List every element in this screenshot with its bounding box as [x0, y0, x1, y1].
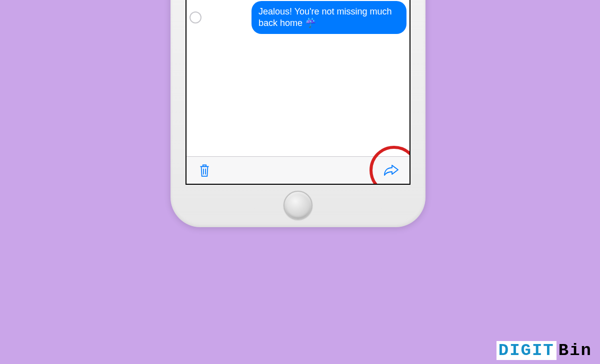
sent-message-bubble[interactable]: Jealous! You're not missing much back ho… [252, 1, 406, 34]
watermark-logo: DIGITBin [496, 341, 594, 360]
messages-screen: Thanks, will do! I'll see you in a coupl… [186, 0, 410, 185]
select-circle-icon[interactable] [190, 11, 202, 23]
selection-toolbar [186, 156, 410, 184]
forward-icon[interactable] [382, 161, 400, 179]
trash-icon[interactable] [196, 161, 214, 179]
home-button[interactable] [284, 191, 312, 220]
watermark-part1: DIGIT [496, 341, 556, 360]
messages-area: Thanks, will do! I'll see you in a coupl… [186, 0, 410, 156]
message-row[interactable]: Jealous! You're not missing much back ho… [190, 1, 406, 34]
watermark-part2: Bin [556, 341, 594, 360]
phone-frame: Thanks, will do! I'll see you in a coupl… [170, 0, 426, 227]
bubble-wrap: Jealous! You're not missing much back ho… [208, 1, 406, 34]
